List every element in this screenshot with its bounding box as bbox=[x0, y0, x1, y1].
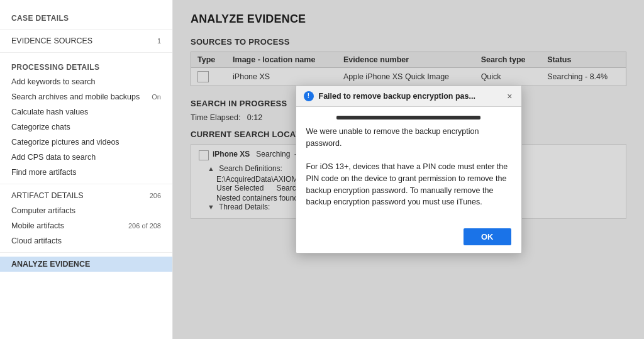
mobile-artifacts-label: Mobile artifacts bbox=[11, 221, 64, 230]
dialog-highlight-bar bbox=[336, 116, 480, 119]
sidebar-item-search-archives[interactable]: Search archives and mobile backups On bbox=[0, 89, 172, 104]
main-content: ANALYZE EVIDENCE SOURCES TO PROCESS Type… bbox=[173, 0, 644, 339]
sidebar-item-evidence-sources[interactable]: EVIDENCE SOURCES 1 bbox=[0, 33, 172, 48]
evidence-sources-badge: 1 bbox=[157, 37, 161, 45]
dialog-warning-icon: ! bbox=[304, 91, 314, 101]
dialog-title-content: ! Failed to remove backup encryption pas… bbox=[304, 91, 475, 101]
sidebar-item-add-keywords[interactable]: Add keywords to search bbox=[0, 74, 172, 89]
sidebar-section-processing-details: PROCESSING DETAILS bbox=[0, 57, 172, 74]
sidebar-item-categorize-pictures[interactable]: Categorize pictures and videos bbox=[0, 135, 172, 150]
find-artifacts-label: Find more artifacts bbox=[11, 168, 77, 177]
add-cps-label: Add CPS data to search bbox=[11, 153, 96, 162]
ok-button[interactable]: OK bbox=[464, 228, 511, 245]
computer-artifacts-label: Computer artifacts bbox=[11, 206, 75, 215]
divider-1 bbox=[0, 29, 172, 30]
divider-4 bbox=[0, 252, 172, 253]
evidence-sources-label: EVIDENCE SOURCES bbox=[11, 36, 92, 45]
divider-2 bbox=[0, 52, 172, 53]
dialog-body: We were unable to remove the backup encr… bbox=[296, 107, 521, 223]
mobile-artifacts-badge: 206 of 208 bbox=[128, 222, 161, 230]
artifact-details-label: ARTIFACT DETAILS bbox=[11, 191, 84, 200]
sidebar-item-add-cps[interactable]: Add CPS data to search bbox=[0, 150, 172, 165]
sidebar-item-artifact-details[interactable]: ARTIFACT DETAILS 206 bbox=[0, 188, 172, 203]
dialog-title-text: Failed to remove backup encryption pas..… bbox=[319, 92, 475, 101]
sidebar-item-find-artifacts[interactable]: Find more artifacts bbox=[0, 165, 172, 180]
dialog-message: We were unable to remove the backup encr… bbox=[306, 126, 511, 208]
dialog-close-button[interactable]: × bbox=[506, 92, 513, 101]
sidebar-item-categorize-chats[interactable]: Categorize chats bbox=[0, 119, 172, 135]
sidebar-section-case-details: CASE DETAILS bbox=[0, 8, 172, 25]
sidebar-item-mobile-artifacts[interactable]: Mobile artifacts 206 of 208 bbox=[0, 218, 172, 233]
sidebar-item-computer-artifacts[interactable]: Computer artifacts bbox=[0, 203, 172, 218]
error-dialog: ! Failed to remove backup encryption pas… bbox=[296, 86, 522, 253]
sidebar-item-calculate-hash[interactable]: Calculate hash values bbox=[0, 104, 172, 119]
sidebar-item-analyze-evidence[interactable]: ANALYZE EVIDENCE bbox=[0, 257, 172, 272]
categorize-pictures-label: Categorize pictures and videos bbox=[11, 138, 119, 147]
dialog-footer: OK bbox=[296, 223, 521, 253]
add-keywords-label: Add keywords to search bbox=[11, 77, 95, 86]
analyze-evidence-label: ANALYZE EVIDENCE bbox=[11, 260, 90, 269]
artifact-details-badge: 206 bbox=[150, 192, 161, 199]
calculate-hash-label: Calculate hash values bbox=[11, 108, 88, 116]
sidebar-item-cloud-artifacts[interactable]: Cloud artifacts bbox=[0, 233, 172, 248]
categorize-chats-label: Categorize chats bbox=[11, 123, 70, 131]
search-archives-badge: On bbox=[152, 93, 161, 101]
dialog-overlay: ! Failed to remove backup encryption pas… bbox=[173, 0, 644, 339]
search-archives-label: Search archives and mobile backups bbox=[11, 92, 140, 101]
divider-3 bbox=[0, 184, 172, 184]
cloud-artifacts-label: Cloud artifacts bbox=[11, 236, 62, 245]
sidebar: CASE DETAILS EVIDENCE SOURCES 1 PROCESSI… bbox=[0, 0, 173, 339]
dialog-titlebar: ! Failed to remove backup encryption pas… bbox=[296, 86, 521, 107]
